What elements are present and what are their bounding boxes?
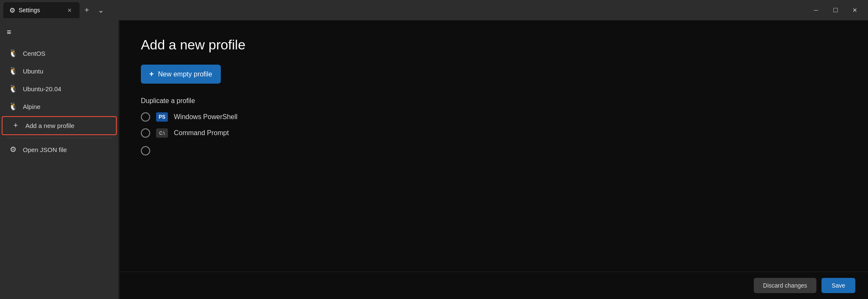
- sidebar-item-add-profile[interactable]: + Add a new profile: [2, 116, 117, 135]
- profile-option-cmd[interactable]: C:\ Command Prompt: [141, 128, 847, 138]
- window-controls: ─ ☐ ✕: [806, 3, 865, 17]
- centos-icon: 🐧: [8, 49, 18, 58]
- gear-icon: ⚙: [9, 6, 15, 14]
- settings-tab[interactable]: ⚙ Settings ✕: [3, 2, 80, 18]
- alpine-icon: 🐧: [8, 102, 18, 111]
- save-button[interactable]: Save: [821, 278, 855, 293]
- maximize-button[interactable]: ☐: [826, 3, 845, 17]
- radio-powershell[interactable]: [141, 112, 150, 122]
- sidebar-scroll-area: 🐧 CentOS 🐧 Ubuntu 🐧 Ubuntu-20.04 🐧 Alpin…: [0, 44, 118, 299]
- new-profile-btn-label: New empty profile: [158, 71, 212, 78]
- page-title: Add a new profile: [141, 37, 847, 53]
- radio-cmd[interactable]: [141, 128, 150, 138]
- discard-changes-button[interactable]: Discard changes: [754, 278, 816, 293]
- sidebar-item-alpine[interactable]: 🐧 Alpine: [0, 98, 118, 115]
- open-json-icon: ⚙: [8, 145, 18, 154]
- sidebar-item-label-ubuntu2004: Ubuntu-20.04: [23, 85, 61, 92]
- sidebar-item-ubuntu[interactable]: 🐧 Ubuntu: [0, 62, 118, 80]
- hamburger-menu[interactable]: ≡: [0, 24, 118, 41]
- cmd-icon: C:\: [156, 128, 168, 138]
- tab-label: Settings: [19, 7, 40, 14]
- main-container: ≡ 🐧 CentOS 🐧 Ubuntu 🐧 Ubuntu-20.04 🐧 Alp…: [0, 20, 868, 299]
- profile-option-partial: [141, 146, 847, 155]
- add-profile-icon: +: [11, 121, 20, 130]
- cmd-label: Command Prompt: [174, 129, 229, 137]
- sidebar-item-label-open-json: Open JSON file: [23, 146, 67, 153]
- bottom-bar: Discard changes Save: [120, 272, 868, 299]
- minimize-button[interactable]: ─: [806, 3, 826, 17]
- new-empty-profile-button[interactable]: + New empty profile: [141, 65, 221, 84]
- radio-partial[interactable]: [141, 146, 150, 155]
- dropdown-button[interactable]: ⌄: [94, 4, 107, 16]
- powershell-icon: PS: [156, 112, 168, 122]
- sidebar-item-ubuntu2004[interactable]: 🐧 Ubuntu-20.04: [0, 80, 118, 98]
- profile-option-powershell[interactable]: PS Windows PowerShell: [141, 112, 847, 122]
- duplicate-label: Duplicate a profile: [141, 97, 847, 105]
- close-button[interactable]: ✕: [845, 3, 865, 17]
- powershell-label: Windows PowerShell: [174, 113, 237, 121]
- sidebar-item-centos[interactable]: 🐧 CentOS: [0, 44, 118, 62]
- sidebar-item-label-add-profile: Add a new profile: [25, 122, 74, 129]
- sidebar-item-label-centos: CentOS: [23, 50, 45, 57]
- content-area: Add a new profile + New empty profile Du…: [120, 20, 868, 299]
- sidebar: ≡ 🐧 CentOS 🐧 Ubuntu 🐧 Ubuntu-20.04 🐧 Alp…: [0, 20, 118, 299]
- sidebar-item-label-ubuntu: Ubuntu: [23, 68, 43, 75]
- sidebar-item-label-alpine: Alpine: [23, 103, 41, 110]
- sidebar-divider: [7, 138, 112, 138]
- ubuntu2004-icon: 🐧: [8, 84, 18, 93]
- title-bar: ⚙ Settings ✕ + ⌄ ─ ☐ ✕: [0, 0, 868, 20]
- new-profile-plus-icon: +: [149, 70, 154, 79]
- ubuntu-icon: 🐧: [8, 66, 18, 76]
- new-tab-button[interactable]: +: [81, 4, 93, 16]
- sidebar-item-open-json[interactable]: ⚙ Open JSON file: [0, 141, 118, 158]
- tab-close-button[interactable]: ✕: [66, 6, 74, 14]
